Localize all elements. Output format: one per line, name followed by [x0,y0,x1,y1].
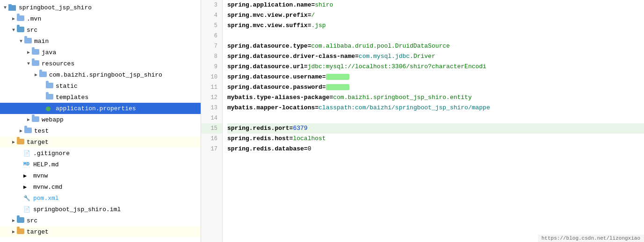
tree-item-pom[interactable]: 🔧 pom.xml [0,192,201,204]
arrow-icon: ▶ [25,50,32,55]
code-key: mybatis.type-aliases-package= [227,94,333,101]
tree-item-label: HELP.md [33,161,201,168]
code-line-16: spring.redis.host=localhost [227,134,644,144]
tree-item-templates[interactable]: templates [0,92,201,103]
file-props-icon [46,105,54,112]
folder-icon [17,27,25,33]
tree-item-label: target [27,139,201,146]
code-val: com.mysql.jdbc. [359,53,413,60]
tree-item-webapp[interactable]: ▶ webapp [0,114,201,125]
tree-item-java[interactable]: ▶ java [0,47,201,58]
tree-item-static[interactable]: static [0,80,201,92]
tree-item-application-properties[interactable]: application.properties [0,103,201,114]
tree-item-target2[interactable]: ▶ target [0,226,201,237]
code-line-6 [227,31,644,41]
line-num-13: 13 [201,103,222,113]
tree-item-src2[interactable]: ▶ src [0,215,201,226]
code-line-11: spring.datasource.password= [227,82,644,93]
tree-item-label: main [34,38,201,45]
tree-item-help-md[interactable]: MD HELP.md [0,159,201,170]
folder-icon [32,116,40,123]
tree-item-gitignore[interactable]: 📄 .gitignore [0,148,201,159]
tree-item-label: .mvn [27,15,201,22]
code-line-4: spring.mvc.view.prefix=/ [227,10,644,21]
file-icon: ▶ [23,172,32,179]
line-num-4: 4 [201,10,222,21]
code-line-5: spring.mvc.view.suffix=.jsp [227,21,644,31]
tree-item-mvnw[interactable]: ▶ mvnw [0,170,201,181]
code-key: spring.redis.port= [227,125,293,132]
code-line-15: spring.redis.port=6379 [227,123,644,134]
line-numbers: 3 4 5 6 7 8 9 10 11 12 13 14 15 16 17 [201,0,223,242]
tree-item-label: pom.xml [33,195,201,202]
folder-icon [17,139,25,145]
folder-icon [24,128,33,134]
line-num-11: 11 [201,82,222,93]
line-num-12: 12 [201,93,222,103]
tree-item-label: templates [56,94,201,101]
code-line-8: spring.datasource.driver-class-name=com.… [227,51,644,62]
arrow-icon: ▶ [10,139,17,145]
arrow-icon: ▼ [25,61,32,66]
redacted-username [326,74,349,80]
arrow-icon: ▶ [18,128,24,134]
svg-rect-1 [8,4,12,6]
tree-item-com-baizhi[interactable]: ▶ com.baizhi.springboot_jsp_shiro [0,69,201,80]
file-tree[interactable]: ▼ springboot_jsp_shiro ▶ .mvn ▼ src ▼ ma… [0,0,201,242]
tree-item-label: resources [42,60,201,67]
line-num-8: 8 [201,51,222,62]
line-num-9: 9 [201,62,222,72]
code-val: 0 [308,145,311,152]
tree-item-label: src [27,27,201,34]
tree-item-mvn[interactable]: ▶ .mvn [0,13,201,24]
file-git-icon: 📄 [23,150,32,157]
file-icon: ▶ [23,184,32,190]
tree-item-root[interactable]: ▼ springboot_jsp_shiro [0,2,201,13]
tree-item-label: target [27,228,201,235]
file-md-icon: MD [23,161,32,168]
code-val: com.baizhi.springboot_jsp_shiro.entity [333,94,471,101]
code-line-12: mybatis.type-aliases-package=com.baizhi.… [227,93,644,103]
tree-item-src[interactable]: ▼ src [0,24,201,36]
arrow-icon: ▶ [33,72,39,78]
tree-item-label: .gitignore [33,150,201,157]
arrow-icon: ▼ [10,28,17,33]
code-line-7: spring.datasource.type=com.alibaba.druid… [227,41,644,51]
arrow-icon: ▼ [18,39,24,44]
bottom-bar-text: https://blog.csdn.net/lizongxiao [542,235,640,241]
tree-item-main[interactable]: ▼ main [0,36,201,47]
arrow-icon: ▶ [10,229,17,235]
code-editor: 3 4 5 6 7 8 9 10 11 12 13 14 15 16 17 sp… [201,0,644,242]
redacted-password [326,84,349,90]
tree-item-resources[interactable]: ▼ resources [0,58,201,69]
code-val: Driver [413,53,435,60]
tree-item-label: src [27,217,201,224]
code-key: spring.datasource.password= [227,84,326,91]
folder-icon [46,94,54,100]
tree-item-iml[interactable]: 📄 springboot_jsp_shiro.iml [0,204,201,215]
code-key: spring.redis.host= [227,135,293,142]
project-icon [8,4,17,11]
folder-icon [39,71,48,78]
code-line-3: spring.application.name=shiro [227,0,644,10]
folder-icon [17,15,25,22]
code-val: localhost [293,135,326,142]
tree-item-target[interactable]: ▶ target [0,136,201,148]
code-key: spring.datasource.type= [227,43,311,50]
tree-item-label: springboot_jsp_shiro.iml [33,206,201,213]
folder-icon [32,60,40,67]
tree-item-label: static [56,83,201,90]
arrow-icon: ▶ [25,117,32,122]
code-key: spring.mvc.view.suffix= [227,22,311,29]
line-num-10: 10 [201,72,222,82]
code-key: spring.mvc.view.prefix= [227,12,311,19]
tree-item-label: java [42,49,201,56]
code-content[interactable]: spring.application.name=shiro spring.mvc… [223,0,644,242]
code-key: spring.redis.database= [227,145,308,152]
line-num-6: 6 [201,31,222,41]
line-num-7: 7 [201,41,222,51]
tree-item-test[interactable]: ▶ test [0,125,201,136]
folder-icon [32,49,40,56]
tree-item-mvnw-cmd[interactable]: ▶ mvnw.cmd [0,181,201,192]
code-key: spring.datasource.url= [227,63,308,70]
